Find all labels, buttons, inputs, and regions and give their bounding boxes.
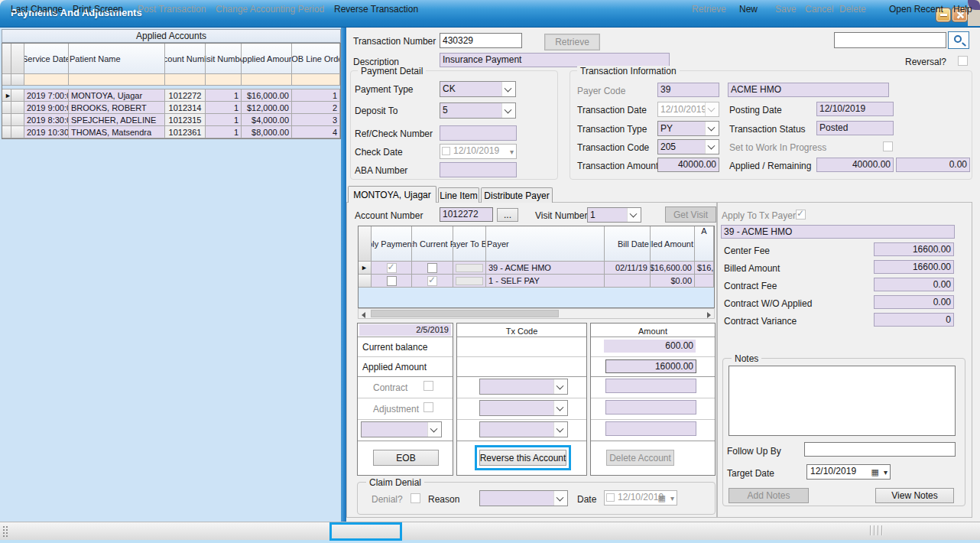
apply-payment-checkbox[interactable]	[387, 276, 397, 286]
cell-applied-amount[interactable]: $16,000.00	[242, 89, 292, 102]
cell-visit-number[interactable]: 1	[206, 114, 242, 126]
cell-visit-number[interactable]: 1	[206, 126, 242, 138]
partial-cell[interactable]: $16,	[695, 262, 714, 275]
row-selector[interactable]	[2, 102, 11, 114]
cell-patient-name[interactable]: THOMAS, Matsendra	[69, 126, 165, 138]
reverse-transaction-button[interactable]: Reverse Transaction	[334, 4, 418, 15]
billed-amount-cell[interactable]: $16,600.00	[651, 262, 695, 275]
switch-payer-cell[interactable]: ✓	[412, 275, 453, 288]
search-button[interactable]	[948, 31, 969, 49]
cell-account-number[interactable]: 1012314	[165, 102, 206, 114]
partial-cell[interactable]	[695, 275, 714, 288]
payer-cell[interactable]: 39 - ACME HMO	[486, 262, 605, 275]
denial-reason-combo[interactable]	[479, 490, 568, 506]
row-button[interactable]	[11, 126, 24, 138]
view-notes-button[interactable]: View Notes	[875, 488, 954, 503]
cell-eob-line-order[interactable]: 3	[292, 114, 340, 126]
drag-grip-icon[interactable]	[2, 525, 8, 537]
contract-amount-field[interactable]	[605, 379, 696, 393]
cell-patient-name[interactable]: BROOKS, ROBERT	[69, 102, 165, 114]
payment-type-combo[interactable]: CK	[440, 81, 516, 97]
switch-payer-checkbox[interactable]	[427, 263, 437, 273]
billed-amount-cell[interactable]: $0.00	[651, 275, 695, 288]
cell-eob-line-order[interactable]: 1	[292, 89, 340, 102]
switch-payer-checkbox[interactable]: ✓	[427, 276, 437, 286]
apply-payment-cell[interactable]	[372, 275, 412, 288]
transaction-number-input[interactable]	[440, 33, 522, 48]
payer-cell[interactable]: 1 - SELF PAY	[486, 275, 605, 288]
adjustment-amount-field[interactable]	[605, 400, 696, 415]
cell-applied-amount[interactable]: $12,000.00	[242, 102, 292, 114]
cell-service-date[interactable]: 2019 9:00:0	[24, 102, 69, 114]
cell-account-number[interactable]: 1012361	[165, 126, 206, 138]
ref-check-field[interactable]	[440, 125, 517, 141]
print-screen-button[interactable]: Print Screen	[73, 4, 123, 15]
notes-textarea[interactable]	[729, 366, 956, 436]
switch-payer-cell[interactable]	[412, 262, 453, 275]
visit-number-combo[interactable]: 1	[587, 207, 641, 223]
deposit-to-combo[interactable]: 5	[440, 102, 516, 119]
cell-patient-name[interactable]: MONTOYA, Ujagar	[69, 89, 165, 102]
cell-service-date[interactable]: 2019 7:00:00	[24, 89, 69, 102]
reverse-this-account-button[interactable]: Reverse this Account	[479, 450, 566, 466]
cell-patient-name[interactable]: SPEJCHER, ADELINE	[69, 114, 165, 126]
apply-payment-checkbox[interactable]: ✓	[387, 263, 397, 273]
payer-to-bill-cell[interactable]	[453, 275, 486, 288]
apply-payment-cell[interactable]: ✓	[372, 262, 412, 275]
cell-applied-amount[interactable]: $8,000.00	[242, 126, 292, 138]
account-number-field[interactable]: 1012272	[440, 207, 493, 222]
cell-account-number[interactable]: 1012315	[165, 114, 206, 126]
filter-cell[interactable]	[165, 74, 206, 86]
filter-cell[interactable]	[242, 74, 292, 86]
cell-eob-line-order[interactable]: 4	[292, 126, 340, 138]
filter-cell[interactable]	[206, 74, 242, 86]
help-button[interactable]: Help	[953, 4, 972, 15]
scroll-left-icon[interactable]	[362, 312, 365, 318]
bill-date-cell[interactable]: 02/11/19	[605, 262, 651, 275]
payer-to-bill-cell[interactable]	[453, 262, 486, 275]
payer-grid-hscrollbar[interactable]	[358, 308, 715, 319]
last-change-button[interactable]: Last Change	[11, 4, 63, 15]
row-button[interactable]	[11, 102, 24, 114]
new-button[interactable]: New	[739, 4, 758, 15]
tab-line-item[interactable]: Line Item	[438, 187, 479, 203]
account-lookup-button[interactable]: ...	[497, 208, 518, 222]
aba-number-field[interactable]	[440, 162, 517, 177]
follow-up-by-input[interactable]	[804, 442, 956, 457]
row-button[interactable]	[11, 114, 24, 126]
cell-applied-amount[interactable]: $4,000.00	[242, 114, 292, 126]
tab-distribute-payer[interactable]: Distribute Payer	[481, 187, 553, 203]
adjustment-txcode-combo[interactable]	[479, 400, 568, 416]
filter-cell[interactable]	[292, 74, 340, 86]
extra-txcode-combo[interactable]	[479, 421, 568, 437]
transaction-code-combo[interactable]: 205	[657, 139, 719, 154]
bill-date-cell[interactable]	[605, 275, 651, 288]
row-selector[interactable]: ►	[359, 262, 372, 275]
row-selector[interactable]	[2, 126, 11, 138]
eob-button[interactable]: EOB	[373, 450, 439, 466]
cell-service-date[interactable]: 2019 8:30:0	[24, 114, 69, 126]
open-recent-button[interactable]: Open Recent	[889, 4, 943, 15]
filter-cell[interactable]	[24, 74, 69, 86]
reversal-checkbox[interactable]	[958, 56, 968, 66]
applied-amount-field[interactable]: 16000.00	[605, 359, 696, 373]
target-date-picker[interactable]: 12/10/2019 ▦ ▾	[806, 464, 891, 480]
scroll-right-icon[interactable]	[707, 312, 711, 318]
row-selector[interactable]: ►	[2, 89, 11, 102]
extra-amount-field[interactable]	[605, 421, 696, 436]
tab-patient[interactable]: MONTOYA, Ujagar	[348, 186, 436, 203]
cell-visit-number[interactable]: 1	[206, 102, 242, 114]
scrollbar-thumb[interactable]	[371, 310, 559, 317]
row-selector[interactable]	[2, 114, 11, 126]
transaction-type-combo[interactable]: PY	[657, 121, 719, 136]
cell-account-number[interactable]: 1012272	[165, 89, 206, 102]
panel-divider[interactable]	[341, 28, 346, 522]
row-button[interactable]	[11, 89, 24, 102]
filter-cell[interactable]	[69, 74, 165, 86]
row-selector[interactable]	[359, 275, 372, 288]
cell-service-date[interactable]: 2019 10:30:0	[24, 126, 69, 138]
contract-txcode-combo[interactable]	[479, 379, 568, 395]
extra-type-combo[interactable]	[361, 421, 442, 437]
search-input[interactable]	[834, 32, 946, 48]
cell-visit-number[interactable]: 1	[206, 89, 242, 102]
